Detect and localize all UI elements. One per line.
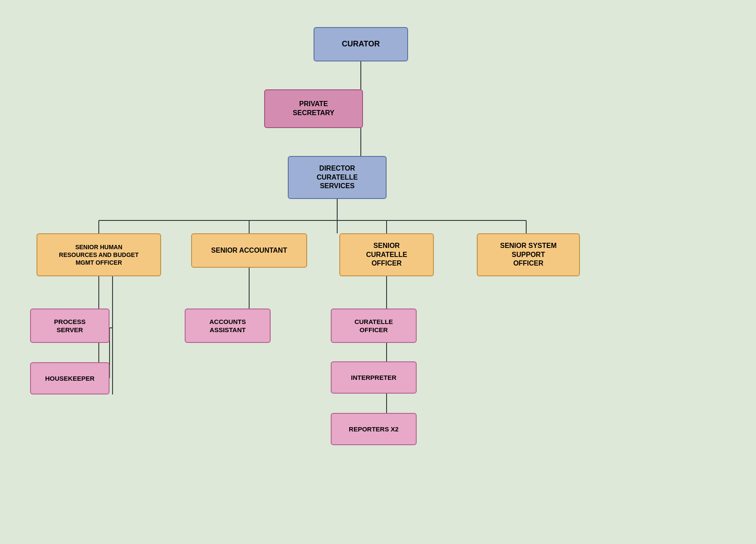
sr-hr-node: SENIOR HUMANRESOURCES AND BUDGETMGMT OFF… (37, 233, 161, 276)
sr-system-node: SENIOR SYSTEMSUPPORTOFFICER (477, 233, 580, 276)
interpreter-node: INTERPRETER (331, 361, 417, 394)
reporters-node: REPORTERS X2 (331, 413, 417, 445)
sr-curatelle-node: SENIORCURATELLEOFFICER (339, 233, 434, 276)
director-node: DIRECTORCURATELLESERVICES (288, 156, 387, 199)
housekeeper-node: HOUSEKEEPER (30, 362, 110, 394)
process-server-node: PROCESSSERVER (30, 309, 110, 343)
accounts-assistant-node: ACCOUNTSASSISTANT (185, 309, 271, 343)
curator-node: CURATOR (314, 27, 408, 61)
private-secretary-node: PRIVATESECRETARY (264, 89, 363, 128)
org-chart: CURATOR PRIVATESECRETARY DIRECTORCURATEL… (13, 14, 743, 530)
sr-accountant-node: SENIOR ACCOUNTANT (191, 233, 307, 268)
curatelle-officer-node: CURATELLEOFFICER (331, 309, 417, 343)
